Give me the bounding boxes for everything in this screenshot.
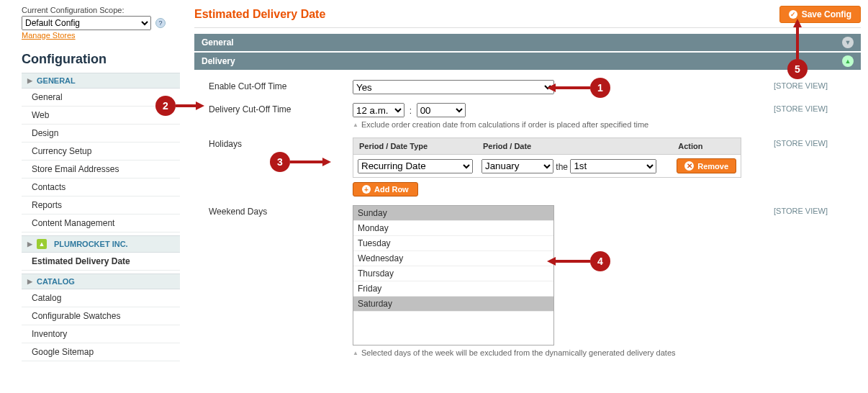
holiday-month-select[interactable]: January bbox=[482, 159, 553, 173]
scope-hint: [STORE VIEW] bbox=[741, 103, 828, 129]
th-period-type: Period / Date Type bbox=[353, 138, 478, 155]
cutoff-hour-select[interactable]: 12 a.m. bbox=[353, 103, 404, 117]
cutoff-time-label: Delivery Cut-Off Time bbox=[209, 103, 353, 129]
nav-item[interactable]: Catalog bbox=[22, 289, 180, 307]
scope-block: Current Configuration Scope: Default Con… bbox=[22, 6, 180, 40]
chevron-right-icon: ▶ bbox=[27, 278, 32, 285]
collapse-icon[interactable]: ▲ bbox=[842, 55, 854, 67]
nav-item[interactable]: Store Email Addresses bbox=[22, 161, 180, 179]
chevron-right-icon: ▶ bbox=[27, 77, 32, 84]
weekend-days-multiselect[interactable]: Sunday Monday Tuesday Wednesday Thursday… bbox=[353, 205, 554, 345]
weekend-note: ▲Selected days of the week will be exclu… bbox=[353, 348, 741, 357]
sidebar: Current Configuration Scope: Default Con… bbox=[0, 0, 180, 366]
nav-item[interactable]: Reports bbox=[22, 196, 180, 214]
scope-hint: [STORE VIEW] bbox=[741, 80, 828, 94]
page-title: Estimated Delivery Date bbox=[194, 8, 325, 21]
check-icon: ✓ bbox=[789, 10, 797, 19]
section-header-plumrocket[interactable]: ▶ ▲ PLUMROCKET INC. bbox=[22, 235, 180, 253]
nav-item[interactable]: Content Management bbox=[22, 214, 180, 232]
nav-item[interactable]: Design bbox=[22, 125, 180, 143]
main-content: Estimated Delivery Date ✓ Save Config Ge… bbox=[180, 0, 868, 366]
th-period-date: Period / Date bbox=[477, 138, 672, 155]
plumrocket-icon: ▲ bbox=[37, 239, 47, 249]
help-icon[interactable]: ? bbox=[155, 18, 166, 28]
th-action: Action bbox=[672, 138, 741, 155]
cutoff-note: ▲Exclude order creation date from calcul… bbox=[353, 120, 741, 129]
list-item[interactable]: Saturday bbox=[353, 297, 553, 312]
nav-item[interactable]: Currency Setup bbox=[22, 143, 180, 161]
list-item[interactable]: Tuesday bbox=[353, 236, 553, 251]
section-header-catalog[interactable]: ▶ CATALOG bbox=[22, 274, 180, 289]
add-row-button[interactable]: +Add Row bbox=[353, 182, 418, 196]
list-item[interactable]: Wednesday bbox=[353, 251, 553, 266]
enable-cutoff-label: Enable Cut-Off Time bbox=[209, 80, 353, 94]
nav-item[interactable]: General bbox=[22, 89, 180, 107]
holidays-table: Period / Date Type Period / Date Action … bbox=[353, 137, 741, 178]
nav-item[interactable]: Inventory bbox=[22, 325, 180, 343]
section-catalog: ▶ CATALOG Catalog Configurable Swatches … bbox=[22, 274, 180, 361]
fieldset-general[interactable]: General ▼ bbox=[194, 34, 861, 51]
scope-hint: [STORE VIEW] bbox=[741, 137, 828, 196]
holiday-type-select[interactable]: Recurring Date bbox=[358, 159, 473, 173]
section-header-general[interactable]: ▶ GENERAL bbox=[22, 73, 180, 89]
section-plumrocket: ▶ ▲ PLUMROCKET INC. Estimated Delivery D… bbox=[22, 235, 180, 271]
nav-item[interactable]: Configurable Swatches bbox=[22, 307, 180, 325]
configuration-heading: Configuration bbox=[22, 52, 180, 67]
scope-hint: [STORE VIEW] bbox=[741, 205, 828, 357]
list-item[interactable]: Friday bbox=[353, 281, 553, 297]
nav-item-estimated-delivery[interactable]: Estimated Delivery Date bbox=[22, 253, 180, 271]
holidays-label: Holidays bbox=[209, 137, 353, 196]
close-icon: ✕ bbox=[684, 161, 694, 171]
chevron-right-icon: ▶ bbox=[27, 240, 32, 248]
section-general: ▶ GENERAL General Web Design Currency Se… bbox=[22, 73, 180, 232]
enable-cutoff-select[interactable]: Yes bbox=[353, 80, 554, 94]
remove-button[interactable]: ✕Remove bbox=[677, 158, 736, 173]
weekend-days-label: Weekend Days bbox=[209, 205, 353, 357]
nav-item[interactable]: Contacts bbox=[22, 179, 180, 196]
cutoff-minute-select[interactable]: 00 bbox=[417, 103, 466, 117]
nav-item[interactable]: Web bbox=[22, 107, 180, 125]
collapse-icon[interactable]: ▼ bbox=[842, 37, 854, 48]
list-item[interactable]: Monday bbox=[353, 221, 553, 236]
list-item[interactable]: Sunday bbox=[353, 206, 553, 221]
list-item[interactable]: Thursday bbox=[353, 266, 553, 281]
fieldset-delivery[interactable]: Delivery ▲ bbox=[194, 53, 861, 70]
holiday-day-select[interactable]: 1st bbox=[570, 159, 656, 173]
scope-select[interactable]: Default Config bbox=[22, 16, 151, 30]
table-row: Recurring Date January the 1st ✕Remove bbox=[353, 155, 741, 178]
scope-label: Current Configuration Scope: bbox=[22, 6, 180, 14]
save-config-button[interactable]: ✓ Save Config bbox=[779, 6, 861, 23]
manage-stores-link[interactable]: Manage Stores bbox=[22, 31, 76, 40]
nav-item[interactable]: Google Sitemap bbox=[22, 343, 180, 361]
plus-icon: + bbox=[362, 185, 371, 194]
